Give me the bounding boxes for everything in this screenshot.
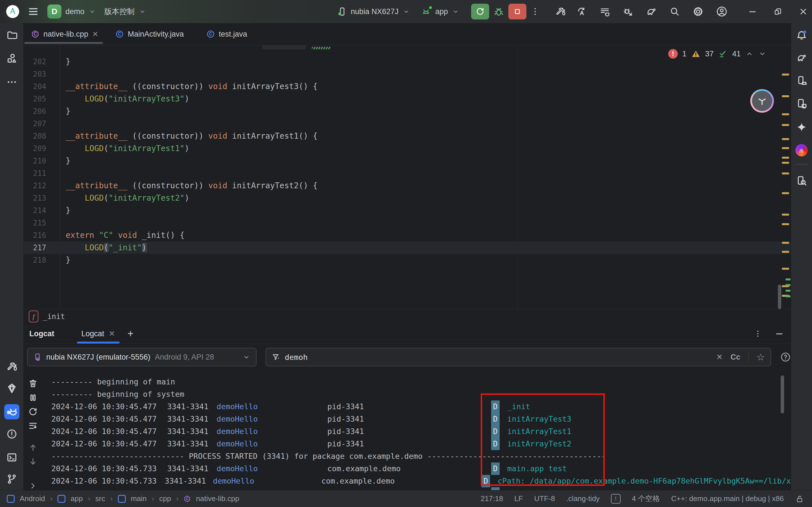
line-number[interactable]: 213 [24, 192, 46, 204]
code-line[interactable]: 211 [24, 167, 791, 179]
tab-native-lib-cpp[interactable]: C native-lib.cpp ✕ [24, 23, 106, 45]
vcs-change-stripe-mark[interactable] [786, 278, 791, 280]
warning-stripe-mark[interactable] [782, 242, 789, 244]
code-line[interactable]: 213 LOGD("initArrayTest2") [24, 192, 791, 204]
code-line[interactable]: 204__attribute__ ((constructor)) void in… [24, 80, 791, 93]
warning-stripe-mark[interactable] [782, 268, 789, 270]
git-tool-icon[interactable] [4, 471, 19, 487]
line-number[interactable]: 204 [24, 80, 46, 93]
logcat-output[interactable]: --------- beginning of main--------- beg… [43, 374, 791, 490]
device-manager-icon[interactable] [794, 73, 809, 88]
warning-stripe-mark[interactable] [782, 95, 789, 97]
notifications-bell-icon[interactable] [794, 27, 809, 43]
breadcrumb-item[interactable]: main [131, 494, 147, 503]
device-explorer-icon[interactable] [794, 173, 809, 188]
warning-stripe-mark[interactable] [782, 251, 789, 253]
editor-scrollbar-thumb[interactable] [778, 285, 781, 309]
line-number[interactable]: 208 [24, 130, 46, 142]
new-tab-icon[interactable]: + [127, 328, 133, 340]
tab-close-icon[interactable]: ✕ [92, 30, 98, 39]
breadcrumb-item[interactable]: src [95, 494, 105, 503]
line-number[interactable]: 217 [24, 241, 46, 254]
log-row[interactable]: 2024-12-06 10:30:45.4773341-3341demoHell… [51, 425, 791, 438]
warning-stripe-mark[interactable] [782, 147, 789, 149]
favorite-filter-icon[interactable]: ☆ [756, 351, 765, 363]
lint-config[interactable]: .clang-tidy [566, 494, 600, 503]
log-row[interactable]: 2024-12-06 10:30:45.4773341-3341demoHell… [51, 413, 791, 425]
chevron-down-icon[interactable] [402, 8, 410, 15]
line-number[interactable]: 216 [24, 229, 46, 241]
tab-close-icon[interactable]: ✕ [109, 329, 115, 338]
indent-setting[interactable]: 4 个空格 [632, 494, 660, 504]
build-hammer-icon[interactable] [555, 6, 566, 17]
sync-translate-icon[interactable] [576, 6, 587, 17]
app-quality-insights-icon[interactable] [4, 381, 19, 396]
warning-stripe-mark[interactable] [782, 113, 789, 115]
line-number[interactable]: 203 [24, 68, 46, 80]
pause-logcat-icon[interactable] [28, 393, 38, 403]
logcat-device-selector[interactable]: nubia NX627J (emulator-5556) Android 9, … [27, 348, 257, 367]
caret-position[interactable]: 217:18 [481, 494, 503, 503]
vcs-change-stripe-mark[interactable] [786, 295, 791, 297]
gemini-sparkle-icon[interactable] [794, 119, 809, 135]
more-tool-windows-icon[interactable] [4, 74, 19, 90]
close-button[interactable] [799, 7, 808, 16]
problems-tool-icon[interactable] [4, 427, 19, 442]
vcs-change-stripe-mark[interactable] [786, 290, 791, 292]
warning-stripe-mark[interactable] [782, 214, 789, 216]
log-row[interactable]: 2024-12-06 10:30:45.4773341-3341demoHell… [51, 438, 791, 450]
run-config-selector[interactable]: app [435, 7, 448, 16]
logcat-tool-icon[interactable] [4, 404, 19, 419]
breadcrumb-item[interactable]: cpp [159, 494, 171, 503]
minimize-button[interactable] [748, 7, 757, 16]
code-line[interactable]: 215 [24, 217, 791, 229]
line-number[interactable]: 215 [24, 217, 46, 229]
tab-test-java[interactable]: C test.java [199, 23, 255, 45]
gradle-tool-icon[interactable] [794, 50, 809, 65]
warning-stripe-mark[interactable] [782, 162, 789, 164]
line-number[interactable]: 210 [24, 155, 46, 167]
line-separator[interactable]: LF [514, 494, 523, 503]
line-number[interactable]: 214 [24, 204, 46, 217]
scroll-up-icon[interactable] [28, 443, 38, 453]
device-selector[interactable]: nubia NX627J [351, 7, 399, 16]
build-tool-icon[interactable] [4, 359, 19, 374]
line-number[interactable]: 206 [24, 105, 46, 117]
code-line[interactable]: 206} [24, 105, 791, 117]
line-number[interactable]: 209 [24, 142, 46, 155]
line-number[interactable]: 207 [24, 117, 46, 130]
maximize-button[interactable] [773, 7, 783, 16]
more-actions-icon[interactable] [530, 7, 540, 16]
code-line[interactable]: 212__attribute__ ((constructor)) void in… [24, 179, 791, 192]
running-devices-list-icon[interactable] [599, 6, 610, 17]
line-number[interactable]: 212 [24, 179, 46, 192]
clear-filter-icon[interactable]: ✕ [716, 352, 723, 361]
warning-stripe-mark[interactable] [782, 138, 789, 140]
line-number[interactable]: 202 [24, 56, 46, 68]
code-editor[interactable]: 202}203204__attribute__ ((constructor)) … [24, 45, 791, 309]
inspection-widget[interactable]: ! 1 37 41 [668, 49, 767, 59]
code-line[interactable]: 208__attribute__ ((constructor)) void in… [24, 130, 791, 142]
settings-gear-icon[interactable] [693, 6, 704, 17]
code-line[interactable]: 210} [24, 155, 791, 167]
log-row[interactable]: 2024-12-06 10:30:45.7333341-3341demoHell… [51, 475, 791, 487]
log-row[interactable]: ----------------------------- PROCESS ST… [51, 450, 791, 462]
stop-button[interactable] [508, 4, 526, 19]
warning-stripe-mark[interactable] [782, 192, 789, 194]
help-icon[interactable] [780, 352, 791, 362]
logcat-filter-field[interactable]: demoh ✕ Cc ☆ [266, 348, 771, 367]
code-line[interactable]: 207 [24, 117, 791, 130]
hide-panel-icon[interactable] [774, 329, 784, 338]
log-row[interactable]: 2024-12-06 10:30:45.7333341-3341demoHell… [51, 462, 791, 475]
file-encoding[interactable]: UTF-8 [534, 494, 555, 503]
warning-stripe-mark[interactable] [782, 223, 789, 225]
warning-stripe-mark[interactable] [782, 157, 789, 159]
search-icon[interactable] [669, 6, 680, 17]
filter-query[interactable]: demoh [285, 353, 308, 361]
project-tool-icon[interactable] [4, 27, 19, 43]
breadcrumb-symbol[interactable]: _init [43, 312, 65, 321]
warning-stripe-mark[interactable] [782, 124, 789, 126]
match-case-toggle[interactable]: Cc [730, 353, 740, 361]
project-widget[interactable]: D demo [47, 4, 96, 18]
logcat-vscrollbar-thumb[interactable] [781, 376, 784, 413]
